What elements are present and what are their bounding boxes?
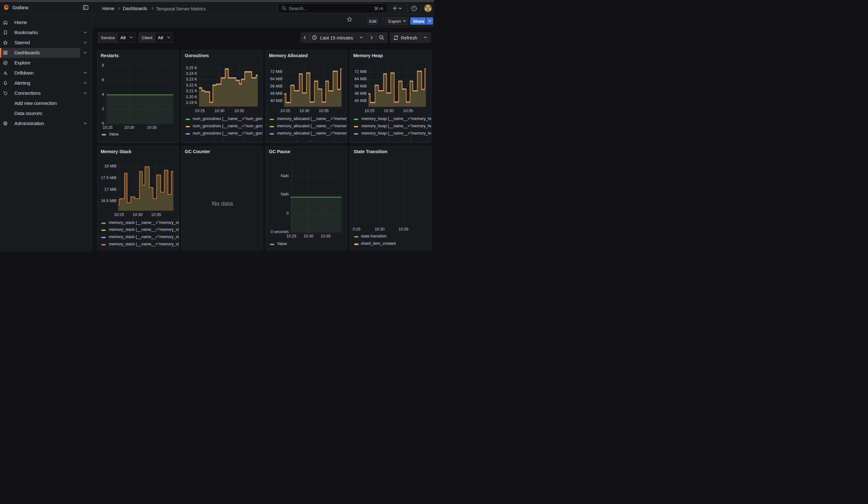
svg-text:?: ? xyxy=(413,7,415,10)
